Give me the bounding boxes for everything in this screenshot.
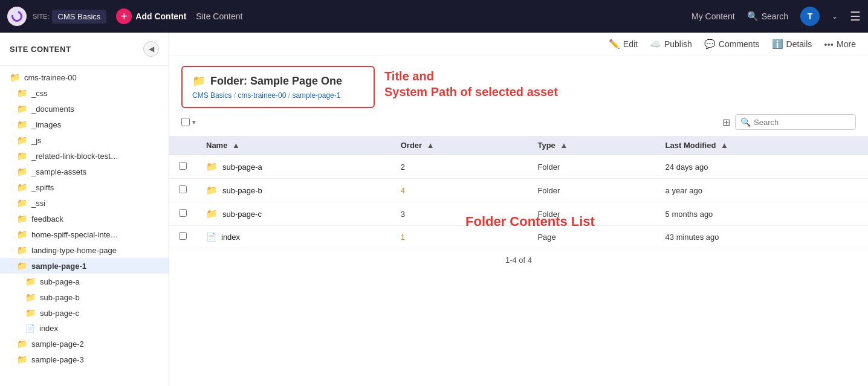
- folder-icon: 📁: [17, 182, 27, 192]
- search-nav[interactable]: 🔍 Search: [747, 11, 788, 22]
- sidebar-item-_css[interactable]: 📁_css: [0, 85, 169, 101]
- sidebar-item-_js[interactable]: 📁_js: [0, 132, 169, 148]
- sidebar-item-sample_page_2[interactable]: 📁sample-page-2: [0, 336, 169, 352]
- row-name-link[interactable]: sub-page-b: [222, 186, 262, 195]
- sidebar-item-cms_trainee_00[interactable]: 📁cms-trainee-00: [0, 69, 169, 85]
- folder-icon: 📁: [25, 292, 36, 302]
- folder-icon: 📁: [17, 230, 27, 239]
- row-checkbox[interactable]: [179, 209, 187, 217]
- row-modified-cell: 24 days ago: [656, 155, 868, 179]
- name-sort-icon[interactable]: ▲: [232, 141, 240, 150]
- row-checkbox-cell[interactable]: [169, 155, 196, 179]
- search-box[interactable]: 🔍: [735, 114, 856, 130]
- select-all-checkbox[interactable]: ▾: [181, 118, 196, 126]
- sidebar-item-sub_page_a[interactable]: 📁sub-page-a: [0, 274, 169, 289]
- sidebar-item-label: _ssi: [31, 199, 45, 208]
- sidebar-item-_related_link_block_test_[interactable]: 📁_related-link-block-test…: [0, 148, 169, 164]
- row-page-icon: 📄: [206, 232, 216, 242]
- row-checkbox[interactable]: [179, 185, 187, 193]
- add-content-button[interactable]: + Add Content: [116, 8, 186, 24]
- annotation-block: Title and System Path of selected asset: [384, 66, 558, 100]
- th-name[interactable]: Name ▲: [196, 136, 391, 155]
- folder-icon: 📁: [17, 198, 27, 208]
- sidebar-item-label: sample-page-2: [31, 339, 84, 349]
- edit-button[interactable]: ✏️ Edit: [609, 39, 638, 50]
- sidebar-item-index[interactable]: 📄index: [0, 321, 169, 336]
- path-part-1[interactable]: cms-trainee-00: [238, 91, 286, 100]
- th-name-label: Name: [206, 141, 227, 150]
- path-part-2[interactable]: sample-page-1: [292, 91, 340, 100]
- details-button[interactable]: ℹ️ Details: [772, 39, 812, 50]
- sidebar-item-label: _js: [31, 136, 42, 145]
- sidebar-item-label: cms-trainee-00: [24, 73, 77, 82]
- user-avatar[interactable]: T: [800, 7, 820, 26]
- row-name-link[interactable]: sub-page-a: [222, 162, 262, 172]
- select-dropdown-caret[interactable]: ▾: [192, 118, 196, 126]
- grid-view-icon[interactable]: ⊞: [722, 117, 730, 128]
- sidebar-item-label: sample-page-3: [31, 355, 84, 364]
- sidebar-item-_spiffs[interactable]: 📁_spiffs: [0, 179, 169, 195]
- row-checkbox[interactable]: [179, 162, 187, 170]
- nav-right: My Content 🔍 Search T ⌄ ☰: [691, 7, 861, 26]
- th-modified[interactable]: Last Modified ▲: [656, 136, 868, 155]
- details-icon: ℹ️: [772, 39, 783, 50]
- logo[interactable]: [7, 7, 27, 26]
- modified-sort-icon[interactable]: ▲: [721, 141, 728, 150]
- asset-info-box: 📁 Folder: Sample Page One CMS Basics / c…: [181, 66, 375, 108]
- path-part-0[interactable]: CMS Basics: [192, 91, 232, 100]
- sidebar-item-sub_page_b[interactable]: 📁sub-page-b: [0, 289, 169, 305]
- contents-toolbar: ▾ ⊞ 🔍: [169, 108, 868, 136]
- folder-icon: 📁: [17, 355, 27, 364]
- folder-icon: 📁: [17, 88, 27, 98]
- row-checkbox-cell[interactable]: [169, 179, 196, 202]
- collapse-sidebar-button[interactable]: ◀: [143, 41, 159, 57]
- row-name-link[interactable]: sub-page-c: [222, 210, 262, 219]
- sidebar-item-label: sub-page-b: [40, 293, 80, 302]
- sidebar-item-_documents[interactable]: 📁_documents: [0, 101, 169, 117]
- sidebar-item-sample_page_1[interactable]: 📁sample-page-1: [0, 258, 169, 274]
- order-sort-icon[interactable]: ▲: [427, 141, 435, 150]
- table-row: 📁 sub-page-c 3 Folder 5 months ago: [169, 202, 868, 226]
- comments-button[interactable]: 💬 Comments: [704, 39, 760, 50]
- site-name[interactable]: CMS Basics: [52, 10, 107, 24]
- row-checkbox[interactable]: [179, 232, 187, 240]
- sidebar-item-landing_type_home_page[interactable]: 📁landing-type-home-page: [0, 242, 169, 258]
- folder-icon: 📁: [17, 339, 27, 349]
- annotation-title-path: Title and System Path of selected asset: [384, 68, 558, 100]
- sidebar-item-_images[interactable]: 📁_images: [0, 117, 169, 132]
- type-sort-icon[interactable]: ▲: [560, 141, 568, 150]
- row-name-link[interactable]: index: [221, 233, 240, 242]
- search-input[interactable]: [754, 118, 850, 127]
- row-checkbox-cell[interactable]: [169, 226, 196, 248]
- comments-label: Comments: [719, 39, 760, 49]
- sidebar-item-label: _sample-assets: [31, 167, 86, 176]
- edit-label: Edit: [623, 39, 638, 49]
- sidebar-item-feedback[interactable]: 📁feedback: [0, 211, 169, 227]
- row-folder-icon: 📁: [206, 208, 218, 219]
- more-button[interactable]: ••• More: [824, 39, 856, 50]
- chevron-down-icon[interactable]: ⌄: [832, 12, 838, 21]
- select-all-input[interactable]: [181, 118, 190, 126]
- sidebar-item-label: _related-link-block-test…: [31, 152, 118, 161]
- search-nav-label: Search: [762, 11, 788, 21]
- hamburger-menu-icon[interactable]: ☰: [850, 9, 861, 24]
- th-type[interactable]: Type ▲: [528, 136, 655, 155]
- table-header: Name ▲ Order ▲ Type ▲ Last Modified: [169, 136, 868, 155]
- sidebar-item-label: _documents: [31, 105, 74, 114]
- sidebar-item-sample_page_3[interactable]: 📁sample-page-3: [0, 352, 169, 367]
- sidebar-item-_ssi[interactable]: 📁_ssi: [0, 195, 169, 211]
- publish-button[interactable]: ☁️ Publish: [650, 39, 692, 50]
- sidebar-item-sub_page_c[interactable]: 📁sub-page-c: [0, 305, 169, 321]
- pagination-info: 1-4 of 4: [169, 248, 868, 272]
- row-modified-cell: 43 minutes ago: [656, 226, 868, 248]
- logo-icon: [10, 9, 25, 24]
- row-checkbox-cell[interactable]: [169, 202, 196, 226]
- th-order[interactable]: Order ▲: [391, 136, 528, 155]
- site-content-link[interactable]: Site Content: [196, 11, 242, 21]
- content-area: ✏️ Edit ☁️ Publish 💬 Comments ℹ️ Details…: [169, 33, 868, 386]
- my-content-link[interactable]: My Content: [691, 11, 735, 21]
- row-type-cell: Folder: [528, 179, 655, 202]
- sidebar-item-home_spiff_special_inte_[interactable]: 📁home-spiff-special-inte…: [0, 227, 169, 242]
- asset-title-text: Folder: Sample Page One: [210, 75, 342, 88]
- sidebar-item-_sample_assets[interactable]: 📁_sample-assets: [0, 164, 169, 179]
